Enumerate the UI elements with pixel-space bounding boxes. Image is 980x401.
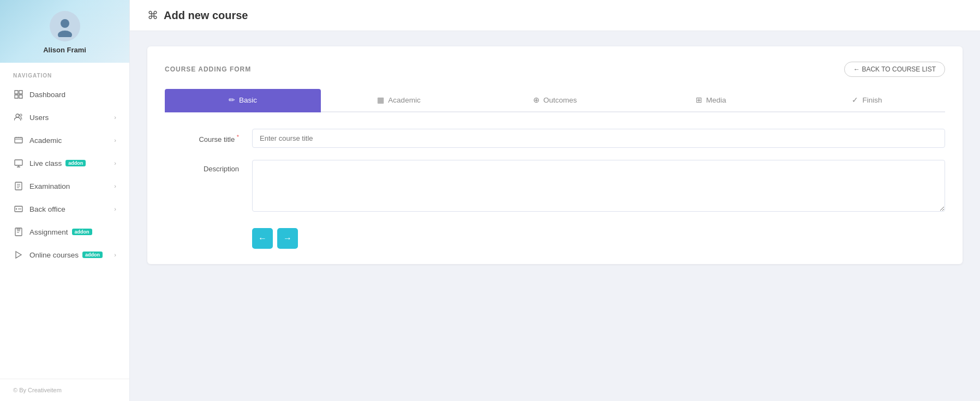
sidebar-item-live-class[interactable]: Live class addon ›	[0, 152, 129, 175]
chevron-right-icon: ›	[114, 252, 116, 258]
sidebar-item-users[interactable]: Users ›	[0, 106, 129, 129]
sidebar-item-academic[interactable]: Academic ›	[0, 129, 129, 152]
academic-icon	[13, 135, 24, 146]
avatar	[50, 11, 80, 41]
tab-outcomes[interactable]: ⊕ Outcomes	[477, 89, 633, 112]
sidebar-item-label: Examination	[29, 182, 70, 190]
sidebar-item-label: Dashboard	[29, 91, 65, 99]
dashboard-icon	[13, 89, 24, 100]
description-label: Description	[165, 160, 252, 173]
outcomes-icon: ⊕	[533, 95, 540, 104]
svg-point-1	[58, 31, 72, 37]
description-input[interactable]	[252, 160, 945, 212]
svg-rect-10	[17, 229, 20, 230]
sidebar-item-back-office[interactable]: Back office ›	[0, 197, 129, 220]
content-area: COURSE ADDING FORM ← BACK TO COURSE LIST…	[130, 31, 980, 401]
user-name: Alison Frami	[43, 46, 86, 54]
back-to-course-list-button[interactable]: ← BACK TO COURSE LIST	[844, 62, 945, 77]
sidebar-item-label: Online courses	[29, 251, 79, 259]
svg-point-8	[16, 208, 17, 210]
users-icon	[13, 112, 24, 123]
prev-button[interactable]: ←	[252, 228, 273, 249]
sidebar-footer: © By Creativeitem	[0, 379, 129, 401]
main-content: ⌘ Add new course COURSE ADDING FORM ← BA…	[130, 0, 980, 401]
sidebar-item-online-courses[interactable]: Online courses addon ›	[0, 243, 129, 266]
addon-badge: addon	[65, 160, 86, 166]
tab-basic[interactable]: ✏ Basic	[165, 89, 321, 112]
sidebar-item-label: Academic	[29, 136, 62, 145]
svg-rect-4	[15, 137, 22, 143]
back-office-icon	[13, 204, 24, 214]
sidebar-top: Alison Frami	[0, 0, 129, 63]
online-courses-icon	[13, 249, 24, 260]
sidebar-item-label: Back office	[29, 205, 65, 213]
svg-point-2	[16, 114, 19, 117]
course-title-label: Course title *	[165, 129, 252, 143]
sidebar-item-label: Live class	[29, 159, 62, 167]
chevron-right-icon: ›	[114, 183, 116, 189]
course-title-row: Course title *	[165, 129, 945, 148]
nav-items: NAVIGATION Dashboard Users › Academic ›	[0, 63, 129, 379]
live-class-icon	[13, 158, 24, 169]
addon-badge: addon	[72, 229, 92, 235]
tab-media[interactable]: ⊞ Media	[633, 89, 789, 112]
page-title: Add new course	[164, 9, 248, 22]
svg-point-3	[20, 114, 22, 116]
pencil-icon: ✏	[229, 95, 235, 104]
course-icon: ⌘	[147, 9, 158, 22]
grid-icon: ▦	[377, 95, 384, 104]
form-actions: ← →	[252, 224, 945, 249]
card-header: COURSE ADDING FORM ← BACK TO COURSE LIST	[165, 62, 945, 77]
check-icon: ✓	[852, 95, 858, 104]
tabs: ✏ Basic ▦ Academic ⊕ Outcomes ⊞ Media ✓	[165, 89, 945, 112]
svg-marker-11	[16, 252, 21, 258]
sidebar-item-examination[interactable]: Examination ›	[0, 175, 129, 197]
sidebar-item-dashboard[interactable]: Dashboard	[0, 83, 129, 106]
sidebar: Alison Frami NAVIGATION Dashboard Users …	[0, 0, 130, 401]
page-header: ⌘ Add new course	[130, 0, 980, 31]
svg-rect-9	[15, 228, 22, 236]
sidebar-item-label: Users	[29, 113, 49, 122]
chevron-right-icon: ›	[114, 206, 116, 212]
course-form: Course title * Description ← →	[165, 129, 945, 249]
assignment-icon	[13, 226, 24, 237]
addon-badge: addon	[82, 252, 103, 258]
sidebar-item-assignment[interactable]: Assignment addon	[0, 220, 129, 243]
nav-section-label: NAVIGATION	[0, 63, 129, 83]
next-button[interactable]: →	[277, 228, 298, 249]
description-row: Description	[165, 160, 945, 212]
card-title: COURSE ADDING FORM	[165, 65, 251, 73]
tab-academic[interactable]: ▦ Academic	[321, 89, 477, 112]
chevron-right-icon: ›	[114, 114, 116, 121]
chevron-right-icon: ›	[114, 160, 116, 166]
sidebar-item-label: Assignment	[29, 228, 68, 236]
tab-finish[interactable]: ✓ Finish	[789, 89, 945, 112]
course-title-input[interactable]	[252, 129, 945, 148]
course-form-card: COURSE ADDING FORM ← BACK TO COURSE LIST…	[147, 46, 963, 264]
svg-rect-5	[15, 160, 22, 165]
svg-point-0	[61, 19, 69, 28]
examination-icon	[13, 181, 24, 191]
media-icon: ⊞	[696, 95, 702, 104]
chevron-right-icon: ›	[114, 137, 116, 143]
